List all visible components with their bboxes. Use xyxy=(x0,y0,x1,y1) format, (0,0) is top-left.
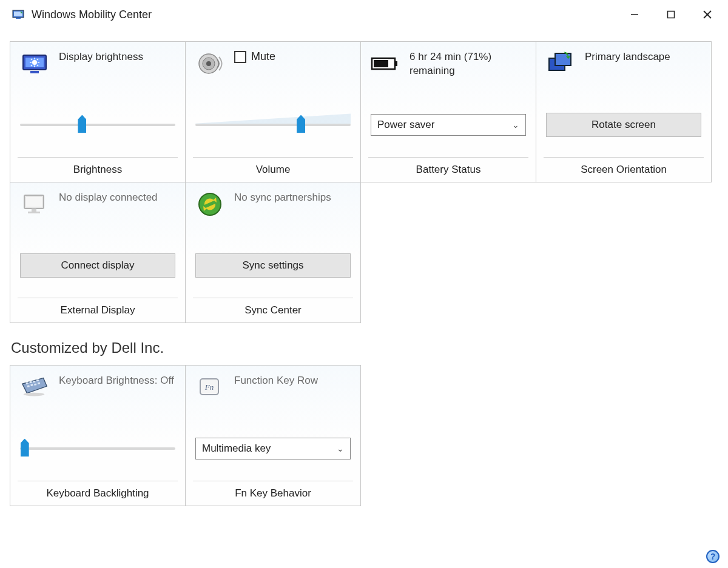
sync-status: No sync partnerships xyxy=(234,191,331,205)
external-display-status: No display connected xyxy=(59,191,158,205)
sync-settings-label: Sync settings xyxy=(242,259,303,272)
svg-rect-26 xyxy=(555,53,571,65)
svg-rect-24 xyxy=(374,60,388,67)
tile-volume: Mute Volume xyxy=(185,41,361,182)
connect-display-label: Connect display xyxy=(61,259,135,272)
svg-rect-4 xyxy=(668,12,675,18)
svg-point-9 xyxy=(32,60,37,65)
sync-settings-button[interactable]: Sync settings xyxy=(195,253,351,278)
power-plan-value: Power saver xyxy=(377,119,434,131)
titlebar: Windows Mobility Center xyxy=(0,0,728,29)
battery-status: 6 hr 24 min (71%) remaining xyxy=(410,50,526,78)
svg-rect-29 xyxy=(32,209,36,212)
svg-rect-23 xyxy=(395,61,397,66)
rotate-screen-label: Rotate screen xyxy=(592,119,656,131)
app-icon xyxy=(12,8,24,21)
svg-rect-2 xyxy=(16,18,21,19)
fn-key-status: Function Key Row xyxy=(234,374,318,388)
tile-grid-system: Display brightness Brightness xyxy=(0,29,719,322)
tile-orientation: Primary landscape Rotate screen Screen O… xyxy=(536,41,712,182)
orientation-status: Primary landscape xyxy=(585,50,670,64)
tile-sync: No sync partnerships Sync settings Sync … xyxy=(185,182,361,323)
sync-icon xyxy=(195,191,224,218)
maximize-button[interactable] xyxy=(653,2,689,27)
keyboard-icon xyxy=(20,374,49,401)
sync-footer: Sync Center xyxy=(193,298,353,316)
battery-footer: Battery Status xyxy=(368,157,528,176)
volume-slider[interactable] xyxy=(195,116,351,133)
brightness-status: Display brightness xyxy=(59,50,143,64)
mute-label: Mute xyxy=(251,50,275,63)
close-button[interactable] xyxy=(689,2,726,27)
external-display-footer: External Display xyxy=(18,298,178,316)
fn-key-icon: Fn xyxy=(195,374,224,401)
battery-icon xyxy=(371,50,400,77)
brightness-footer: Brightness xyxy=(18,157,178,176)
svg-point-31 xyxy=(199,193,221,215)
tile-keyboard-backlight: Keyboard Brightness: Off Keyboard Backli… xyxy=(10,365,186,506)
keyboard-backlight-slider[interactable] xyxy=(20,440,175,457)
chevron-down-icon: ⌄ xyxy=(337,444,344,453)
mute-checkbox[interactable]: Mute xyxy=(234,50,275,63)
help-icon[interactable]: ? xyxy=(706,550,720,563)
volume-footer: Volume xyxy=(193,157,353,176)
keyboard-backlight-footer: Keyboard Backlighting xyxy=(18,481,178,500)
oem-section-heading: Customized by Dell Inc. xyxy=(0,322,728,365)
rotate-screen-button[interactable]: Rotate screen xyxy=(546,113,701,137)
tile-external-display: No display connected Connect display Ext… xyxy=(10,182,186,323)
chevron-down-icon: ⌄ xyxy=(512,120,519,130)
brightness-icon xyxy=(20,50,49,77)
tile-fn-key: Fn Function Key Row Multimedia key ⌄ Fn … xyxy=(185,365,361,506)
tile-grid-oem: Keyboard Brightness: Off Keyboard Backli… xyxy=(0,365,719,506)
svg-rect-30 xyxy=(28,212,40,213)
svg-point-40 xyxy=(24,393,45,396)
svg-text:Fn: Fn xyxy=(204,383,214,392)
orientation-footer: Screen Orientation xyxy=(544,157,704,176)
tile-brightness: Display brightness Brightness xyxy=(10,41,186,182)
fn-key-footer: Fn Key Behavior xyxy=(193,481,353,500)
speaker-icon xyxy=(195,50,224,77)
fn-key-dropdown[interactable]: Multimedia key ⌄ xyxy=(195,438,351,459)
fn-key-value: Multimedia key xyxy=(202,443,271,455)
svg-rect-18 xyxy=(30,71,39,73)
screen-orientation-icon xyxy=(546,50,575,77)
brightness-slider[interactable] xyxy=(20,116,175,133)
svg-point-21 xyxy=(206,61,211,66)
svg-rect-28 xyxy=(26,197,42,207)
connect-display-button[interactable]: Connect display xyxy=(20,253,175,278)
monitor-icon xyxy=(20,191,49,218)
keyboard-backlight-status: Keyboard Brightness: Off xyxy=(59,374,174,388)
window-title: Windows Mobility Center xyxy=(32,8,152,21)
minimize-button[interactable] xyxy=(616,2,653,27)
tile-battery: 6 hr 24 min (71%) remaining Power saver … xyxy=(360,41,536,182)
power-plan-dropdown[interactable]: Power saver ⌄ xyxy=(371,114,526,136)
